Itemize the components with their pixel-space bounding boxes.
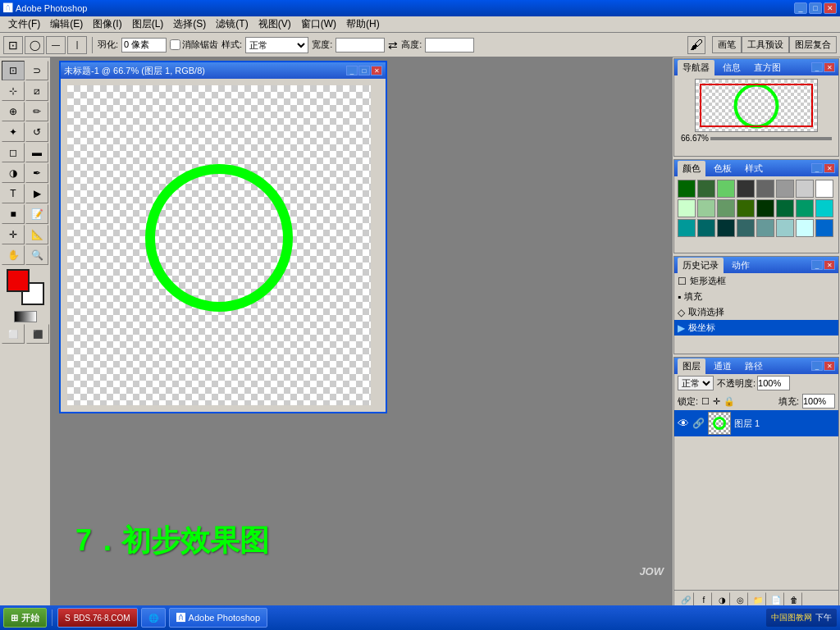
tab-color[interactable]: 颜色 — [678, 161, 705, 176]
layers-panel-close[interactable]: ✕ — [824, 361, 835, 371]
swatch-9[interactable] — [678, 199, 696, 217]
history-panel-close[interactable]: ✕ — [824, 260, 835, 270]
tool-hand[interactable]: ✋ — [2, 245, 25, 265]
history-item-4[interactable]: ▶ 极坐标 — [674, 320, 838, 336]
anti-alias-checkbox-label[interactable]: 消除锯齿 — [170, 39, 218, 51]
tab-brush[interactable]: 画笔 — [712, 36, 742, 53]
swatch-2[interactable] — [697, 180, 715, 198]
doc-minimize[interactable]: _ — [346, 66, 358, 75]
tool-marquee[interactable]: ⊡ — [2, 61, 25, 80]
tool-eyedropper[interactable]: ✛ — [2, 225, 25, 244]
tab-navigator[interactable]: 导航器 — [678, 60, 714, 75]
feather-input[interactable] — [121, 38, 167, 52]
menu-view[interactable]: 视图(V) — [253, 16, 296, 32]
height-input[interactable] — [425, 38, 474, 52]
swatch-11[interactable] — [717, 199, 735, 217]
opacity-input[interactable] — [757, 376, 790, 390]
toolbar-marquee-ellipse[interactable]: ◯ — [25, 36, 44, 54]
quick-mask-icon[interactable] — [14, 311, 37, 322]
history-panel-minimize[interactable]: _ — [811, 260, 823, 270]
layer-1-item[interactable]: 👁 🔗 图层 1 — [674, 410, 838, 436]
color-swatch[interactable] — [3, 269, 48, 305]
menu-layer[interactable]: 图层(L) — [127, 16, 169, 32]
history-item-3[interactable]: ◇ 取消选择 — [674, 304, 838, 320]
swatch-8[interactable] — [815, 180, 833, 198]
nav-panel-close[interactable]: ✕ — [824, 62, 835, 72]
tool-dodge[interactable]: ◑ — [2, 163, 25, 183]
swatch-14[interactable] — [776, 199, 794, 217]
color-panel-minimize[interactable]: _ — [811, 163, 823, 173]
swatch-22[interactable] — [776, 219, 794, 237]
tool-brush[interactable]: ✏ — [25, 102, 48, 121]
menu-select[interactable]: 选择(S) — [168, 16, 211, 32]
tool-clone[interactable]: ✦ — [2, 122, 25, 142]
history-item-2[interactable]: ▪ 填充 — [674, 289, 838, 304]
swatch-10[interactable] — [697, 199, 715, 217]
tab-actions[interactable]: 动作 — [727, 258, 755, 273]
layers-panel-minimize[interactable]: _ — [811, 361, 823, 371]
screen-mode-full[interactable]: ⬛ — [26, 324, 49, 344]
tool-type[interactable]: T — [2, 184, 25, 203]
swatch-12[interactable] — [737, 199, 755, 217]
tab-tool-preset[interactable]: 工具预设 — [742, 36, 789, 53]
swatch-20[interactable] — [737, 219, 755, 237]
menu-window[interactable]: 窗口(W) — [296, 16, 341, 32]
tab-info[interactable]: 信息 — [718, 60, 746, 75]
doc-canvas[interactable] — [67, 85, 371, 405]
toolbar-extra[interactable]: 🖌 — [687, 36, 705, 54]
minimize-button[interactable]: _ — [794, 2, 807, 14]
tool-pen[interactable]: ✒ — [25, 163, 48, 183]
close-button[interactable]: ✕ — [824, 2, 837, 14]
tab-paths[interactable]: 路径 — [740, 358, 768, 374]
swatch-13[interactable] — [756, 199, 774, 217]
tool-crop[interactable]: ⊹ — [2, 81, 25, 101]
menu-file[interactable]: 文件(F) — [3, 16, 45, 32]
width-input[interactable] — [336, 38, 385, 52]
screen-mode-normal[interactable]: ⬜ — [2, 324, 25, 344]
anti-alias-checkbox[interactable] — [170, 39, 180, 50]
tool-zoom[interactable]: 🔍 — [25, 245, 48, 265]
taskbar-bbs[interactable]: S BDS.76·8.COM — [57, 608, 138, 628]
swatch-16[interactable] — [815, 199, 833, 217]
swatch-15[interactable] — [796, 199, 814, 217]
swatch-23[interactable] — [796, 219, 814, 237]
nav-zoom-slider[interactable] — [710, 137, 832, 140]
tab-layers[interactable]: 图层 — [678, 358, 705, 374]
taskbar-ie[interactable]: 🌐 — [141, 608, 166, 628]
menu-filter[interactable]: 滤镜(T) — [211, 16, 253, 32]
swatch-18[interactable] — [697, 219, 715, 237]
foreground-color-swatch[interactable] — [7, 269, 30, 292]
doc-maximize[interactable]: □ — [358, 66, 370, 75]
layer-name[interactable]: 图层 1 — [734, 418, 760, 430]
menu-edit[interactable]: 编辑(E) — [45, 16, 88, 32]
taskbar-ps-window[interactable]: 🅰 Adobe Photoshop — [169, 608, 267, 628]
history-item-1[interactable]: ☐ 矩形选框 — [674, 273, 838, 289]
start-button[interactable]: ⊞ 开始 — [3, 608, 47, 628]
tab-swatches[interactable]: 色板 — [709, 161, 737, 176]
tool-path-select[interactable]: ▶ — [25, 184, 48, 203]
color-panel-close[interactable]: ✕ — [824, 163, 835, 173]
tool-slice[interactable]: ⧄ — [25, 81, 48, 101]
tab-channels[interactable]: 通道 — [709, 358, 737, 374]
swatch-3[interactable] — [717, 180, 735, 198]
tool-eraser[interactable]: ◻ — [2, 143, 25, 162]
tab-styles[interactable]: 样式 — [740, 161, 768, 176]
swatch-6[interactable] — [776, 180, 794, 198]
tool-lasso[interactable]: ⊃ — [25, 61, 48, 80]
blend-mode-select[interactable]: 正常 — [678, 376, 714, 390]
tool-history-brush[interactable]: ↺ — [25, 122, 48, 142]
doc-close[interactable]: ✕ — [371, 66, 382, 75]
tool-shape[interactable]: ■ — [2, 204, 25, 224]
fill-input[interactable] — [802, 394, 835, 409]
nav-preview[interactable] — [695, 79, 818, 132]
maximize-button[interactable]: □ — [809, 2, 822, 14]
nav-panel-minimize[interactable]: _ — [811, 62, 823, 72]
toolbar-marquee-rect[interactable]: ⊡ — [3, 36, 23, 54]
tab-history[interactable]: 历史记录 — [678, 258, 724, 273]
swatch-1[interactable] — [678, 180, 696, 198]
menu-image[interactable]: 图像(I) — [88, 16, 126, 32]
tab-layer-comp[interactable]: 图层复合 — [789, 36, 837, 53]
tool-gradient[interactable]: ▬ — [25, 143, 48, 162]
style-select[interactable]: 正常 固定长宽比 固定大小 — [245, 37, 308, 53]
swatch-24[interactable] — [815, 219, 833, 237]
